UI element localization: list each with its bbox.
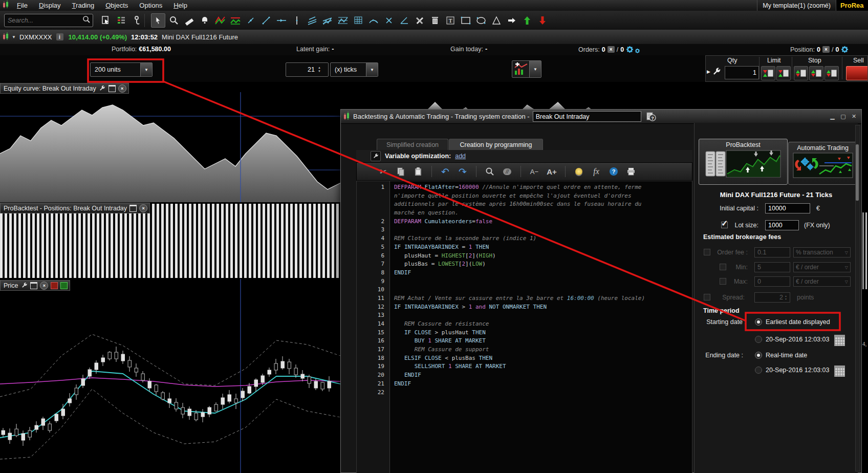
lot-size-checkbox[interactable]: [721, 222, 728, 228]
instrument-dropdown-icon[interactable]: ▼: [12, 35, 16, 39]
triangle-tool-icon[interactable]: [490, 14, 503, 27]
bars-input[interactable]: [286, 66, 316, 74]
find-icon[interactable]: [484, 165, 496, 178]
redo-icon[interactable]: ↷: [457, 165, 469, 178]
close-icon[interactable]: ×: [139, 204, 147, 212]
spread-checkbox[interactable]: [704, 294, 710, 300]
lot-size-input[interactable]: [765, 220, 799, 230]
equity-panel-titlebar[interactable]: Equity curve: Break Out Intraday ×: [0, 83, 129, 94]
rectangle-tool-icon[interactable]: [459, 14, 472, 27]
tools-icon[interactable]: [413, 14, 426, 27]
text-tool-icon[interactable]: T: [444, 14, 457, 27]
varopt-wrench-icon[interactable]: [371, 151, 381, 161]
tab-creation-by-programming[interactable]: Creation by programming: [449, 139, 543, 150]
sell-market-button[interactable]: [846, 66, 868, 80]
instrument-symbol[interactable]: DXMXXXX: [19, 33, 52, 41]
help-doc-icon[interactable]: ?: [645, 112, 657, 122]
timeframe-dropdown[interactable]: (x) ticks ▼: [330, 62, 378, 77]
arc-tool-icon[interactable]: [367, 14, 380, 27]
print-icon[interactable]: [625, 165, 637, 178]
cross-tool-icon[interactable]: [382, 14, 396, 27]
positions-panel-titlebar[interactable]: ProBacktest - Positions: Break Out Intra…: [0, 203, 150, 213]
chevron-down-icon[interactable]: ▼: [529, 61, 541, 77]
help-icon[interactable]: ?: [607, 165, 620, 178]
start-date-value[interactable]: 20-Sep-2016 12:03:03: [766, 336, 829, 343]
font-larger-icon[interactable]: A+: [546, 165, 558, 178]
buy-marker-icon[interactable]: [60, 282, 68, 289]
bars-spinner[interactable]: ▲▼: [286, 62, 329, 77]
arrow-up-icon[interactable]: [520, 14, 534, 27]
system-name-input[interactable]: [533, 111, 641, 122]
watchlist-icon[interactable]: [115, 14, 128, 27]
comment-icon[interactable]: //: [501, 165, 513, 178]
position-settings-icon[interactable]: [841, 46, 849, 53]
info-icon[interactable]: i: [56, 33, 63, 40]
chevron-down-icon[interactable]: ▼: [366, 63, 378, 76]
calendar-icon[interactable]: [834, 335, 845, 346]
dialog-titlebar[interactable]: Backtesting & Automatic Trading - Tradin…: [341, 110, 861, 124]
close-icon[interactable]: ×: [40, 282, 48, 290]
min-fee-input[interactable]: [754, 262, 790, 272]
max-fee-checkbox[interactable]: [720, 278, 726, 285]
buy-limit-button[interactable]: [761, 66, 775, 80]
cursor-tool-icon[interactable]: [151, 13, 165, 28]
initial-capital-input[interactable]: [765, 203, 810, 213]
quantity-input[interactable]: [725, 66, 759, 79]
arrow-right-icon[interactable]: [505, 14, 518, 27]
max-fee-unit-select[interactable]: € / order▽: [793, 276, 851, 287]
order-fee-unit-select[interactable]: % transaction▽: [793, 247, 851, 257]
search-icon[interactable]: [82, 15, 91, 26]
search-input[interactable]: [5, 17, 82, 24]
undo-icon[interactable]: ↶: [439, 165, 451, 178]
detach-window-icon[interactable]: [108, 85, 116, 92]
custom-start-date-radio[interactable]: [755, 336, 762, 343]
maximize-icon[interactable]: ▢: [839, 113, 848, 120]
hint-bulb-icon[interactable]: [573, 165, 585, 178]
max-fee-input[interactable]: [754, 276, 790, 287]
spin-down-icon[interactable]: ▼: [318, 70, 321, 73]
earliest-date-option[interactable]: Earliest date displayed: [766, 318, 830, 326]
trendline-tool-icon[interactable]: [259, 14, 273, 27]
link-charts-icon[interactable]: [130, 14, 143, 27]
add-chart-button[interactable]: ▼: [512, 60, 541, 78]
chevron-down-icon[interactable]: ▼: [140, 63, 152, 76]
grid-tool-icon[interactable]: [352, 14, 365, 27]
order-fee-input[interactable]: [754, 247, 790, 257]
template-selector[interactable]: My template(1) (zoomé): [757, 0, 836, 11]
menu-display[interactable]: Display: [33, 2, 67, 9]
arrow-down-icon[interactable]: [536, 14, 549, 27]
detach-window-icon[interactable]: [129, 205, 137, 212]
minimize-icon[interactable]: ▁: [828, 113, 837, 120]
stop-order-button[interactable]: [824, 66, 839, 80]
pitchfork-tool-icon[interactable]: [321, 14, 334, 27]
new-order-icon[interactable]: [99, 14, 113, 27]
close-icon[interactable]: ✕: [850, 113, 858, 120]
automatic-trading-button[interactable]: Automatic Trading: [788, 142, 857, 185]
settings-wrench-icon[interactable]: [20, 282, 28, 289]
paste-icon[interactable]: [412, 165, 424, 178]
realtime-date-radio[interactable]: [755, 352, 762, 359]
code-editor[interactable]: 1DEFPARAM FlatAfter=160000 //Annule n'im…: [356, 181, 692, 473]
delete-icon[interactable]: [428, 14, 442, 27]
copy-icon[interactable]: [395, 165, 407, 178]
close-position-icon[interactable]: ×: [822, 46, 830, 53]
fibonacci-tool-icon[interactable]: [336, 14, 350, 27]
angle-tool-icon[interactable]: [398, 14, 411, 27]
search-box[interactable]: [4, 14, 93, 27]
point-tool-icon[interactable]: [244, 14, 257, 27]
sell-limit-button[interactable]: [776, 66, 791, 80]
ruler-icon[interactable]: [183, 14, 196, 27]
order-fee-checkbox[interactable]: [704, 249, 710, 255]
spin-up-icon[interactable]: ▲: [318, 66, 321, 70]
calendar-icon[interactable]: [834, 365, 845, 377]
horizontal-line-tool-icon[interactable]: [275, 14, 288, 27]
min-fee-unit-select[interactable]: € / order▽: [793, 262, 851, 272]
vertical-line-tool-icon[interactable]: [290, 14, 303, 27]
earliest-date-radio[interactable]: [755, 318, 762, 326]
price-panel-titlebar[interactable]: Price ×: [0, 280, 70, 291]
sell-marker-icon[interactable]: [51, 282, 58, 289]
dialog-scrollbar[interactable]: [855, 125, 860, 471]
parallel-lines-tool-icon[interactable]: [306, 14, 319, 27]
alert-bell-icon[interactable]: [198, 14, 211, 27]
end-date-value[interactable]: 20-Sep-2016 12:03:03: [766, 367, 829, 374]
